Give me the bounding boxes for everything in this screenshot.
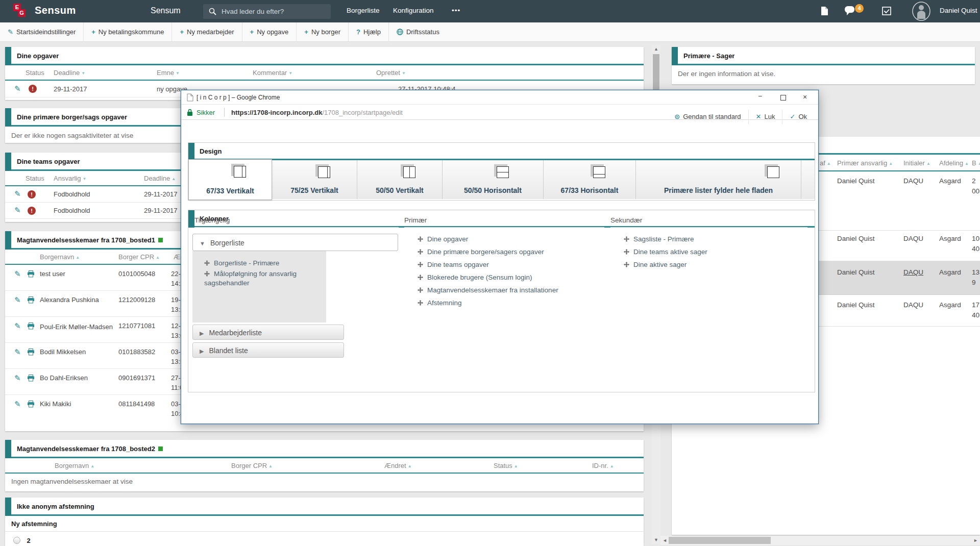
- print-icon[interactable]: [27, 349, 35, 357]
- col-borgernavn[interactable]: Borgernavn▲: [40, 253, 80, 261]
- document-icon[interactable]: [821, 6, 833, 16]
- col-borger-cpr[interactable]: Borger CPR▲: [118, 253, 160, 261]
- col-afdeling[interactable]: Afdeling▲: [939, 159, 969, 167]
- scroll-down-icon[interactable]: ▼: [654, 537, 658, 542]
- chat-badge: 4: [855, 4, 864, 13]
- search-input[interactable]: [222, 4, 326, 19]
- minimize-icon[interactable]: −: [758, 92, 762, 100]
- scroll-right-icon[interactable]: ►: [973, 538, 978, 543]
- col-emne[interactable]: Emne▼: [157, 69, 180, 77]
- draggable-item[interactable]: Afstemning: [406, 299, 558, 308]
- horizontal-scrollbar[interactable]: ◄ ►: [660, 536, 980, 545]
- design-option-primaere-fylder-fladen[interactable]: Primære lister fylder hele fladen: [636, 160, 801, 199]
- page-url[interactable]: https://1708-incorp.incorp.dk/1708_incor…: [231, 109, 403, 116]
- edit-icon[interactable]: ✎: [14, 189, 21, 198]
- edit-icon[interactable]: ✎: [14, 84, 21, 93]
- draggable-item[interactable]: Dine teams opgaver: [406, 260, 558, 269]
- toolbar-driftsstatus[interactable]: Driftsstatus: [389, 22, 447, 42]
- maximize-icon[interactable]: [780, 95, 786, 101]
- move-icon: [624, 249, 629, 255]
- cell-initialer[interactable]: DAQU: [903, 268, 923, 276]
- col-deadline[interactable]: Deadline▼: [54, 69, 85, 77]
- col-deadline[interactable]: Deadline▲: [144, 175, 176, 182]
- scrollbar-thumb[interactable]: [669, 537, 771, 544]
- design-option-50-50-vertikalt[interactable]: 50/50 Vertikalt: [357, 160, 443, 199]
- col-kommentar[interactable]: Kommentar▼: [253, 69, 292, 77]
- edit-icon[interactable]: ✎: [14, 269, 21, 279]
- col-initialer[interactable]: Initialer▲: [903, 159, 930, 167]
- scroll-left-icon[interactable]: ◄: [663, 538, 667, 543]
- toolbar-ny-borger[interactable]: +Ny borger: [297, 22, 349, 42]
- col-borgernavn[interactable]: Borgernavn▲: [55, 462, 94, 469]
- move-icon: [418, 262, 423, 267]
- ok-button[interactable]: ✓Ok: [782, 110, 814, 124]
- edit-icon[interactable]: ✎: [14, 206, 21, 215]
- accordion-medarbejderliste[interactable]: ▶Medarbejderliste: [192, 325, 344, 340]
- col-aendret[interactable]: Ændret▲: [384, 462, 412, 469]
- draggable-item[interactable]: Blokerede brugere (Sensum login): [406, 273, 558, 282]
- cell-initialer[interactable]: DAQU: [903, 301, 923, 309]
- scroll-up-icon[interactable]: ▲: [654, 46, 658, 52]
- eg-logo[interactable]: E G: [13, 4, 30, 19]
- toolbar-startsideindstillinger[interactable]: ✎Startsideindstillinger: [0, 22, 84, 42]
- primary-items: Dine opgaver Dine primære borgere/sagers…: [406, 235, 558, 311]
- draggable-item[interactable]: Dine teams aktive sager: [612, 247, 707, 257]
- col-primaer-ansvarlig[interactable]: Primær ansvarlig▲: [837, 159, 893, 167]
- col-status[interactable]: Status: [26, 69, 44, 77]
- more-menu[interactable]: •••: [452, 7, 460, 14]
- design-option-75-25-vertikalt[interactable]: 75/25 Vertikalt: [272, 160, 357, 199]
- edit-icon[interactable]: ✎: [14, 295, 21, 305]
- col-status[interactable]: Status: [26, 175, 44, 182]
- col-b[interactable]: B▲: [972, 159, 980, 167]
- avatar[interactable]: [912, 2, 931, 23]
- toolbar-ny-betalingskommune[interactable]: +Ny betalingskommune: [84, 22, 172, 42]
- edit-icon[interactable]: ✎: [14, 321, 21, 331]
- global-search[interactable]: [203, 4, 331, 19]
- edit-icon[interactable]: ✎: [14, 374, 21, 383]
- print-icon[interactable]: [27, 375, 35, 383]
- print-icon[interactable]: [27, 270, 35, 279]
- toolbar-ny-opgave[interactable]: +Ny opgave: [242, 22, 297, 42]
- cell-initialer[interactable]: DAQU: [903, 177, 923, 185]
- draggable-item[interactable]: Dine aktive sager: [612, 260, 707, 269]
- draggable-item[interactable]: Magtanvendelsesskemaer fra installatione…: [406, 286, 558, 295]
- close-button[interactable]: ✕Luk: [748, 110, 782, 124]
- radio-icon[interactable]: [13, 537, 20, 544]
- nav-link-borgerliste[interactable]: Borgerliste: [347, 7, 380, 14]
- window-titlebar[interactable]: [ i n C o r p ] – Google Chrome − ×: [181, 90, 818, 105]
- print-icon[interactable]: [27, 322, 35, 331]
- accordion-borgerliste[interactable]: ▼Borgerliste: [192, 234, 398, 251]
- move-icon: [418, 236, 423, 242]
- col-af[interactable]: af▲: [820, 159, 831, 167]
- edit-icon[interactable]: ✎: [14, 348, 21, 357]
- design-option-67-33-horisontalt[interactable]: 67/33 Horisontalt: [544, 160, 636, 199]
- chat-icon[interactable]: 4: [845, 6, 865, 17]
- print-icon[interactable]: [27, 401, 35, 409]
- draggable-item[interactable]: Dine primære borgere/sagers opgaver: [406, 247, 558, 257]
- reset-default-button[interactable]: ⊙Gendan til standard: [667, 110, 748, 124]
- print-icon[interactable]: [27, 296, 35, 305]
- toolbar-hjaelp[interactable]: ?Hjælp: [349, 22, 389, 42]
- sort-down-icon: ▼: [402, 71, 406, 76]
- nav-link-konfiguration[interactable]: Konfiguration: [393, 7, 434, 14]
- draggable-item[interactable]: Sagsliste - Primære: [612, 235, 707, 244]
- cell-initialer[interactable]: DAQU: [903, 235, 923, 242]
- draggable-item[interactable]: Borgerliste - Primære: [192, 259, 326, 268]
- toolbar-ny-medarbejder[interactable]: +Ny medarbejder: [172, 22, 242, 42]
- design-option-67-33-vertikalt[interactable]: 67/33 Vertikalt: [188, 159, 272, 200]
- status-square-icon: [158, 238, 163, 242]
- edit-icon[interactable]: ✎: [14, 400, 21, 409]
- draggable-item[interactable]: Dine opgaver: [406, 235, 558, 244]
- mail-icon[interactable]: [882, 7, 891, 17]
- col-ansvarlig[interactable]: Ansvarlig▼: [54, 175, 86, 182]
- design-option-50-50-horisontalt[interactable]: 50/50 Horisontalt: [443, 160, 544, 199]
- col-oprettet[interactable]: Oprettet▼: [376, 69, 406, 77]
- close-icon[interactable]: ×: [803, 93, 807, 101]
- col-id-nr[interactable]: ID-nr.▲: [592, 462, 614, 469]
- draggable-item[interactable]: Målopfølgning for ansvarlig sagsbehandle…: [192, 269, 326, 288]
- col-status[interactable]: Status▲: [494, 462, 518, 469]
- poll-option-row[interactable]: 2: [5, 532, 644, 545]
- user-name[interactable]: Daniel Quist: [940, 7, 977, 14]
- col-borger-cpr[interactable]: Borger CPR▲: [231, 462, 273, 469]
- accordion-blandet-liste[interactable]: ▶Blandet liste: [192, 342, 344, 358]
